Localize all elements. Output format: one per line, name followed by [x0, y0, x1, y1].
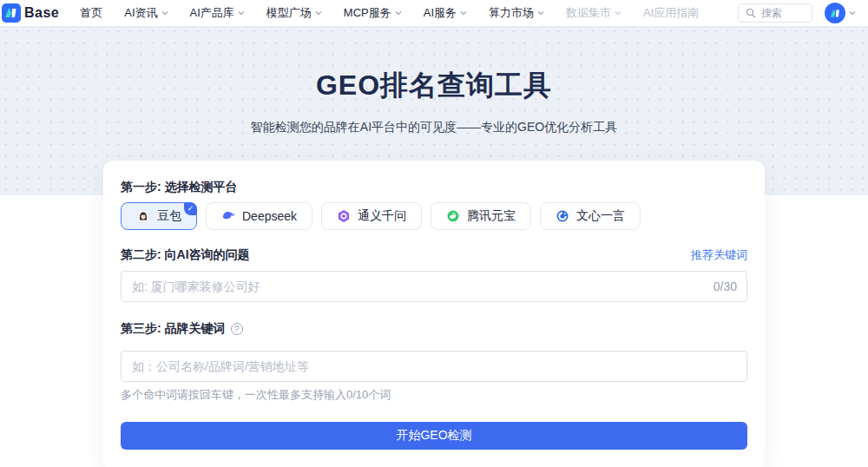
- brand-input-hint: 多个命中词请按回车键，一次性最多支持输入0/10个词: [121, 387, 747, 403]
- nav-ai-products[interactable]: AI产品库: [190, 5, 245, 21]
- chevron-down-icon: [849, 10, 856, 16]
- platform-wenxin[interactable]: 文心一言: [540, 202, 641, 230]
- nav-mcp-service[interactable]: MCP服务: [344, 5, 402, 21]
- chevron-down-icon: [615, 10, 621, 16]
- recommend-keywords-link[interactable]: 推荐关键词: [691, 247, 747, 263]
- page-subtitle: 智能检测您的品牌在AI平台中的可见度——专业的GEO优化分析工具: [0, 120, 868, 135]
- check-badge-icon: ✓: [184, 202, 197, 215]
- brand-keywords-input[interactable]: [121, 351, 747, 382]
- qwen-icon: [337, 209, 351, 223]
- start-geo-check-button[interactable]: 开始GEO检测: [121, 422, 747, 450]
- header-right: [738, 3, 856, 23]
- platform-deepseek[interactable]: Deepseek: [206, 202, 312, 230]
- brand-input-wrap: [121, 351, 747, 382]
- avatar: [825, 3, 845, 23]
- platform-yuanbao[interactable]: 腾讯元宝: [431, 202, 531, 230]
- chevron-down-icon: [315, 10, 322, 16]
- nav-home[interactable]: 首页: [80, 5, 102, 21]
- question-input-wrap: 0/30: [121, 271, 747, 302]
- step3-label: 第三步: 品牌关键词 ?: [121, 321, 747, 337]
- main-nav: 首页 AI资讯 AI产品库 模型广场 MCP服务 AI服务 算力市场 数据集市: [80, 5, 699, 21]
- chevron-down-icon: [395, 10, 402, 16]
- nav-computing-market[interactable]: 算力市场: [489, 5, 544, 21]
- aibase-logo[interactable]: Base: [2, 3, 59, 23]
- platform-qwen[interactable]: 通义千问: [321, 202, 422, 230]
- search-input[interactable]: [761, 7, 805, 19]
- chevron-down-icon: [161, 10, 168, 16]
- wenxin-icon: [556, 209, 569, 223]
- question-input[interactable]: [121, 271, 747, 302]
- yuanbao-icon: [446, 209, 460, 223]
- chevron-down-icon: [537, 10, 544, 16]
- help-icon[interactable]: ?: [231, 323, 243, 335]
- geo-query-card: 第一步: 选择检测平台 ✓ 豆包 Deepseek: [103, 161, 765, 467]
- platform-doubao[interactable]: ✓ 豆包: [121, 202, 197, 230]
- doubao-icon: [136, 209, 150, 223]
- step2-row: 第二步: 向AI咨询的问题 推荐关键词: [121, 247, 747, 263]
- page-title: GEO排名查询工具: [0, 26, 868, 105]
- chevron-down-icon: [460, 10, 467, 16]
- question-counter: 0/30: [713, 280, 737, 293]
- nav-model-plaza[interactable]: 模型广场: [266, 5, 322, 21]
- chevron-down-icon: [238, 10, 245, 16]
- nav-data-market[interactable]: 数据集市: [566, 5, 621, 21]
- aibase-logo-icon: [2, 3, 21, 23]
- platform-selector: ✓ 豆包 Deepseek 通义千问: [121, 202, 747, 230]
- top-nav-bar: Base 首页 AI资讯 AI产品库 模型广场 MCP服务 AI服务 算力市场: [0, 0, 868, 26]
- step2-label: 第二步: 向AI咨询的问题: [121, 247, 250, 263]
- user-menu[interactable]: [825, 3, 856, 23]
- header-search[interactable]: [738, 3, 812, 23]
- deepseek-icon: [221, 209, 235, 223]
- nav-ai-service[interactable]: AI服务: [424, 5, 467, 21]
- nav-ai-app-guide[interactable]: AI应用指南: [643, 5, 699, 21]
- nav-ai-news[interactable]: AI资讯: [124, 5, 168, 21]
- logo-text: Base: [24, 5, 59, 21]
- search-icon: [746, 8, 756, 18]
- step1-label: 第一步: 选择检测平台: [121, 180, 747, 195]
